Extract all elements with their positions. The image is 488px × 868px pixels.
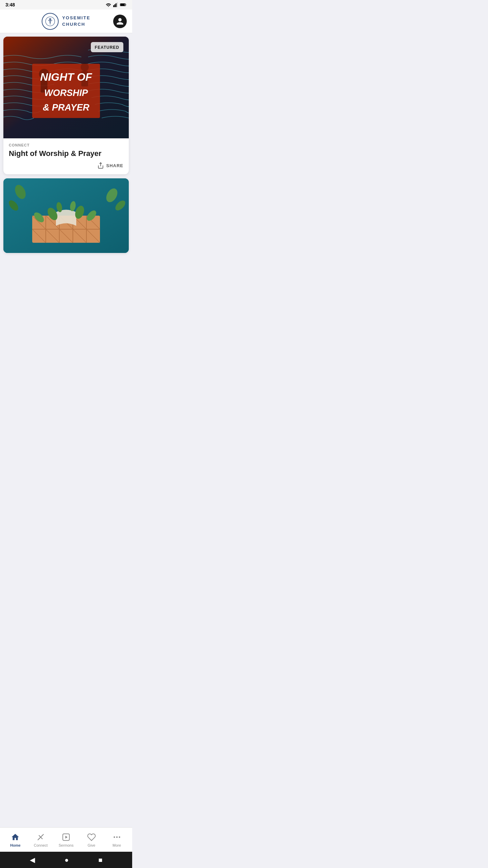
featured-badge: FEATURED: [91, 42, 123, 52]
logo-circle: [42, 13, 59, 30]
svg-rect-1: [113, 5, 114, 7]
featured-card: NIGHT OF WORSHIP & PRAYER FEATURED CONNE…: [3, 37, 129, 174]
share-button[interactable]: SHARE: [9, 162, 123, 169]
main-content: NIGHT OF WORSHIP & PRAYER FEATURED CONNE…: [0, 33, 132, 284]
status-bar: 3:48: [0, 0, 132, 9]
svg-rect-3: [116, 3, 117, 7]
wifi-icon: [106, 3, 111, 7]
profile-button[interactable]: [113, 15, 127, 28]
svg-text:WORSHIP: WORSHIP: [44, 88, 88, 98]
svg-rect-6: [120, 4, 125, 6]
featured-badge-text: FEATURED: [95, 45, 119, 50]
featured-card-body: CONNECT Night of Worship & Prayer SHARE: [3, 138, 129, 174]
battery-icon: [120, 3, 127, 7]
logo-svg: [45, 16, 55, 26]
svg-text:& PRAYER: & PRAYER: [43, 102, 89, 113]
signal-icon: [113, 2, 118, 7]
svg-point-0: [108, 6, 109, 7]
status-icons: [106, 2, 127, 7]
status-time: 3:48: [5, 2, 15, 7]
second-image-bg: [3, 178, 129, 253]
second-card: [3, 178, 129, 253]
logo-text: YOSEMITE CHURCH: [62, 15, 90, 27]
logo-container: YOSEMITE CHURCH: [42, 13, 90, 30]
featured-image: NIGHT OF WORSHIP & PRAYER FEATURED: [3, 37, 129, 138]
share-icon: [97, 162, 104, 169]
svg-rect-2: [115, 4, 116, 7]
share-label: SHARE: [106, 163, 123, 168]
card-category: CONNECT: [9, 143, 123, 147]
svg-rect-4: [117, 2, 118, 7]
svg-text:NIGHT OF: NIGHT OF: [40, 71, 93, 83]
card-title: Night of Worship & Prayer: [9, 149, 123, 158]
svg-point-15: [81, 63, 89, 71]
second-card-art: [3, 178, 129, 253]
app-header: YOSEMITE CHURCH: [0, 9, 132, 33]
